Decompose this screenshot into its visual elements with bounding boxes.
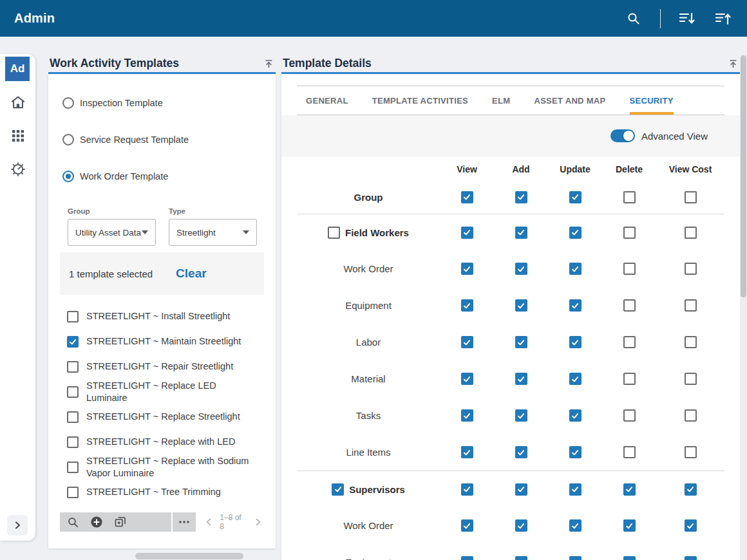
collapse-right-panel-icon[interactable] bbox=[727, 57, 739, 69]
template-checkbox[interactable] bbox=[67, 411, 79, 423]
tab-elm[interactable]: ELM bbox=[492, 86, 510, 115]
clear-selection-button[interactable]: Clear bbox=[176, 266, 207, 281]
permission-checkbox[interactable] bbox=[461, 446, 473, 458]
permission-checkbox[interactable] bbox=[685, 191, 697, 203]
horizontal-scrollbar-thumb[interactable] bbox=[135, 553, 243, 559]
permission-checkbox[interactable] bbox=[623, 409, 636, 422]
permission-checkbox[interactable] bbox=[461, 373, 473, 385]
template-checkbox[interactable] bbox=[67, 336, 79, 348]
permission-checkbox[interactable] bbox=[515, 336, 527, 348]
permission-checkbox[interactable] bbox=[461, 263, 473, 275]
permission-checkbox[interactable] bbox=[515, 373, 527, 385]
tab-security[interactable]: SECURITY bbox=[630, 86, 674, 115]
tab-template-activities[interactable]: TEMPLATE ACTIVITIES bbox=[372, 86, 468, 115]
permission-checkbox[interactable] bbox=[685, 299, 697, 312]
permission-checkbox[interactable] bbox=[623, 483, 636, 496]
permission-checkbox[interactable] bbox=[461, 191, 473, 203]
search-icon[interactable] bbox=[624, 9, 643, 28]
group-select-checkbox[interactable] bbox=[328, 227, 340, 239]
permission-checkbox[interactable] bbox=[515, 556, 527, 560]
permission-checkbox[interactable] bbox=[461, 556, 473, 560]
template-list-item[interactable]: STREETLIGHT ~ Replace LED Luminaire bbox=[67, 379, 263, 404]
template-checkbox[interactable] bbox=[67, 487, 79, 498]
add-icon[interactable] bbox=[90, 516, 103, 528]
tab-general[interactable]: GENERAL bbox=[306, 86, 348, 115]
permission-checkbox[interactable] bbox=[623, 556, 636, 560]
radio-option[interactable]: Inspection Template bbox=[62, 97, 263, 109]
permission-checkbox[interactable] bbox=[569, 519, 582, 532]
settings-gear-icon[interactable] bbox=[10, 161, 26, 178]
permission-checkbox[interactable] bbox=[623, 191, 636, 203]
radio-button[interactable] bbox=[62, 171, 74, 182]
permission-checkbox[interactable] bbox=[515, 519, 527, 532]
permission-checkbox[interactable] bbox=[515, 446, 527, 458]
permission-checkbox[interactable] bbox=[461, 519, 473, 532]
template-list-item[interactable]: STREETLIGHT ~ Replace with Sodium Vapor … bbox=[67, 454, 263, 480]
permission-checkbox[interactable] bbox=[461, 227, 473, 239]
template-checkbox[interactable] bbox=[67, 311, 79, 322]
previous-page-icon[interactable] bbox=[204, 518, 213, 527]
permission-checkbox[interactable] bbox=[569, 336, 582, 348]
permission-checkbox[interactable] bbox=[685, 227, 697, 239]
permission-checkbox[interactable] bbox=[569, 227, 582, 239]
template-list-item[interactable]: STREETLIGHT ~ Replace with LED bbox=[67, 429, 263, 454]
permission-checkbox[interactable] bbox=[569, 409, 582, 422]
template-list-item[interactable]: STREETLIGHT ~ Replace Streetlight bbox=[67, 404, 263, 429]
home-icon[interactable] bbox=[10, 94, 26, 111]
permission-checkbox[interactable] bbox=[685, 373, 697, 385]
permission-checkbox[interactable] bbox=[685, 446, 697, 458]
permission-checkbox[interactable] bbox=[569, 446, 582, 458]
permission-checkbox[interactable] bbox=[515, 227, 527, 239]
permission-checkbox[interactable] bbox=[569, 556, 582, 560]
app-logo[interactable]: Ad bbox=[5, 57, 30, 81]
template-checkbox[interactable] bbox=[67, 386, 79, 398]
template-list-item[interactable]: STREETLIGHT ~ Maintain Streetlight bbox=[67, 329, 263, 354]
permission-checkbox[interactable] bbox=[685, 336, 697, 348]
next-page-icon[interactable] bbox=[254, 518, 263, 527]
permission-checkbox[interactable] bbox=[623, 373, 636, 385]
permission-checkbox[interactable] bbox=[515, 409, 527, 422]
permission-checkbox[interactable] bbox=[515, 299, 527, 312]
radio-option[interactable]: Service Request Template bbox=[62, 134, 263, 145]
template-list-item[interactable]: STREETLIGHT ~ Install Streetlight bbox=[67, 304, 263, 329]
template-checkbox[interactable] bbox=[67, 361, 79, 373]
permission-checkbox[interactable] bbox=[685, 263, 697, 275]
permission-checkbox[interactable] bbox=[623, 336, 636, 348]
permission-checkbox[interactable] bbox=[569, 263, 582, 275]
sort-ascending-icon[interactable] bbox=[714, 9, 733, 28]
tab-asset-and-map[interactable]: ASSET AND MAP bbox=[534, 86, 605, 115]
template-list-item[interactable]: STREETLIGHT ~ Repair Streetlight bbox=[67, 354, 263, 379]
permission-checkbox[interactable] bbox=[623, 227, 636, 239]
template-checkbox[interactable] bbox=[67, 436, 79, 448]
permission-checkbox[interactable] bbox=[461, 299, 473, 312]
permission-checkbox[interactable] bbox=[623, 519, 636, 532]
vertical-scrollbar-thumb[interactable] bbox=[741, 55, 746, 297]
permission-checkbox[interactable] bbox=[685, 409, 697, 422]
permission-checkbox[interactable] bbox=[623, 263, 636, 275]
radio-button[interactable] bbox=[62, 134, 74, 145]
permission-checkbox[interactable] bbox=[569, 483, 582, 496]
permission-checkbox[interactable] bbox=[569, 373, 582, 385]
type-select[interactable]: Streetlight bbox=[169, 219, 257, 246]
collapse-left-panel-icon[interactable] bbox=[263, 57, 274, 69]
template-checkbox[interactable] bbox=[67, 462, 79, 473]
permission-checkbox[interactable] bbox=[685, 556, 697, 560]
group-select-checkbox[interactable] bbox=[332, 483, 344, 496]
group-select[interactable]: Utility Asset Data bbox=[68, 219, 156, 246]
copy-icon[interactable] bbox=[114, 516, 127, 528]
advanced-view-toggle[interactable] bbox=[610, 129, 635, 142]
radio-button[interactable] bbox=[62, 97, 74, 109]
permission-checkbox[interactable] bbox=[623, 299, 636, 312]
permission-checkbox[interactable] bbox=[515, 191, 527, 203]
permission-checkbox[interactable] bbox=[569, 191, 582, 203]
search-icon[interactable] bbox=[66, 516, 79, 528]
permission-checkbox[interactable] bbox=[685, 519, 697, 532]
sort-descending-icon[interactable] bbox=[677, 9, 697, 28]
permission-checkbox[interactable] bbox=[515, 483, 527, 496]
permission-checkbox[interactable] bbox=[515, 263, 527, 275]
permission-checkbox[interactable] bbox=[461, 409, 473, 422]
permission-checkbox[interactable] bbox=[569, 299, 582, 312]
permission-checkbox[interactable] bbox=[623, 446, 636, 458]
template-list-item[interactable]: STREETLIGHT ~ Tree Trimming bbox=[67, 480, 263, 505]
permission-checkbox[interactable] bbox=[461, 483, 473, 496]
